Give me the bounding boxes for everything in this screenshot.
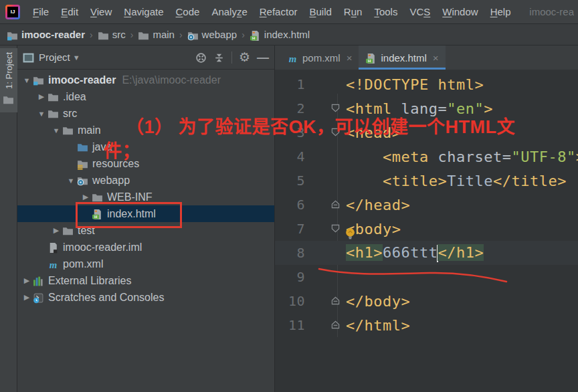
- menu-tools[interactable]: Tools: [368, 3, 403, 20]
- menu-vcs[interactable]: VCS: [403, 3, 436, 20]
- project-panel-title: Project: [39, 52, 70, 63]
- settings-gear-icon[interactable]: ⚙: [239, 51, 250, 64]
- code-line-9[interactable]: 9: [275, 265, 578, 289]
- tree-item-resources[interactable]: resources: [17, 155, 274, 172]
- tree-item-pom.xml[interactable]: mpom.xml: [17, 256, 274, 272]
- breadcrumb-item-src[interactable]: src: [98, 29, 126, 40]
- tree-item-label: webapp: [92, 175, 130, 187]
- tree-item-web-inf[interactable]: ▶WEB-INF: [17, 189, 274, 205]
- tree-item-imooc-reader.iml[interactable]: imooc-reader.iml: [17, 239, 274, 256]
- scratches-icon: [33, 292, 44, 303]
- hide-panel-icon[interactable]: —: [257, 52, 269, 64]
- folder-icon: [62, 124, 74, 136]
- tree-item-scratches-and-consoles[interactable]: ▶Scratches and Consoles: [17, 289, 274, 306]
- fold-gutter: [305, 265, 344, 289]
- breadcrumb-item-main[interactable]: main: [138, 29, 175, 40]
- code-line-10[interactable]: 10</body>: [275, 289, 578, 313]
- code-line-6[interactable]: 6</head>: [275, 193, 578, 217]
- line-number: 6: [275, 197, 305, 213]
- breadcrumb-item-webapp[interactable]: webapp: [187, 29, 237, 40]
- code-editor[interactable]: 1<!DOCTYPE html>2<html lang="en">3<head>…: [275, 70, 578, 337]
- fold-marker-icon[interactable]: [305, 96, 344, 120]
- menu-view[interactable]: View: [84, 3, 118, 20]
- tree-item-label: main: [78, 124, 101, 136]
- breadcrumb-item-index.html[interactable]: Hindex.html: [250, 29, 310, 40]
- chevron-expanded-icon[interactable]: ▼: [52, 126, 61, 134]
- intention-bulb-icon[interactable]: [345, 227, 356, 243]
- close-icon[interactable]: ×: [347, 52, 353, 64]
- breadcrumb-separator: ›: [242, 29, 245, 40]
- menu-build[interactable]: Build: [303, 3, 337, 20]
- chevron-expanded-icon[interactable]: ▼: [66, 177, 76, 185]
- chevron-collapsed-icon[interactable]: ▶: [22, 293, 31, 302]
- code-line-1[interactable]: 1<!DOCTYPE html>: [275, 72, 578, 96]
- menu-items: FileEditViewNavigateCodeAnalyzeRefactorB…: [27, 3, 517, 20]
- tree-item-label: .idea: [63, 91, 86, 103]
- maven-icon: m: [47, 258, 59, 270]
- tree-item-external-libraries[interactable]: ▶External Libraries: [17, 272, 274, 289]
- tree-item-label: WEB-INF: [107, 191, 153, 203]
- menu-file[interactable]: File: [27, 3, 55, 20]
- code-text: <h1>666ttt</h1>: [344, 244, 484, 262]
- fold-marker-icon[interactable]: [305, 120, 344, 144]
- svg-text:H: H: [252, 36, 255, 40]
- code-text: <title>Title</title>: [344, 173, 567, 189]
- tree-item-webapp[interactable]: ▼webapp: [17, 172, 274, 189]
- tree-item-imooc-reader[interactable]: ▼imooc-readerE:\java\imooc-reader: [17, 72, 274, 88]
- menu-navigate[interactable]: Navigate: [118, 3, 169, 20]
- menu-code[interactable]: Code: [170, 3, 206, 20]
- code-line-4[interactable]: 4 <meta charset="UTF-8">: [275, 144, 578, 169]
- collapse-all-icon[interactable]: [213, 52, 225, 63]
- menu-help[interactable]: Help: [484, 3, 517, 20]
- tree-item-index.html[interactable]: Hindex.html: [17, 205, 274, 222]
- tree-item-main[interactable]: ▼main: [17, 122, 274, 138]
- fold-marker-icon[interactable]: [305, 217, 344, 241]
- webapp-folder-icon: [187, 29, 199, 40]
- menu-edit[interactable]: Edit: [55, 3, 84, 20]
- svg-text:H: H: [368, 59, 371, 63]
- fold-marker-icon[interactable]: [305, 313, 344, 337]
- editor-tab-index.html[interactable]: Hindex.html×: [359, 45, 445, 70]
- line-number: 10: [275, 293, 305, 309]
- menu-bar: FileEditViewNavigateCodeAnalyzeRefactorB…: [0, 0, 578, 24]
- folder-icon: [92, 191, 103, 203]
- menu-run[interactable]: Run: [338, 3, 369, 20]
- code-line-7[interactable]: 7<body>: [275, 217, 578, 241]
- breadcrumb-item-imooc-reader[interactable]: imooc-reader: [7, 29, 85, 40]
- breadcrumb-separator: ›: [90, 29, 93, 40]
- menu-analyze[interactable]: Analyze: [205, 3, 253, 20]
- folder-icon: [138, 29, 149, 40]
- close-icon[interactable]: ×: [433, 52, 439, 64]
- fold-marker-icon[interactable]: [305, 193, 344, 217]
- tree-item-test[interactable]: ▶test: [17, 222, 274, 239]
- fold-marker-icon[interactable]: [305, 289, 344, 313]
- tree-item-java[interactable]: java: [17, 138, 274, 155]
- chevron-collapsed-icon[interactable]: ▶: [52, 226, 61, 235]
- code-line-2[interactable]: 2<html lang="en">: [275, 96, 578, 120]
- editor-tab-pom.xml[interactable]: mpom.xml×: [280, 45, 359, 70]
- line-number: 2: [275, 100, 305, 116]
- code-line-3[interactable]: 3<head>: [275, 120, 578, 144]
- line-number: 3: [275, 124, 305, 140]
- chevron-collapsed-icon[interactable]: ▶: [37, 92, 46, 101]
- chevron-collapsed-icon[interactable]: ▶: [22, 276, 31, 285]
- menu-refactor[interactable]: Refactor: [254, 3, 304, 20]
- chevron-expanded-icon[interactable]: ▼: [22, 76, 31, 84]
- tool-window-strip: 1: Project: [0, 45, 17, 392]
- tree-item-src[interactable]: ▼src: [17, 105, 274, 122]
- locate-icon[interactable]: [195, 52, 207, 63]
- chevron-down-icon[interactable]: ▼: [73, 54, 80, 62]
- chevron-collapsed-icon[interactable]: ▶: [81, 193, 90, 201]
- svg-text:H: H: [94, 215, 97, 219]
- libraries-icon: [33, 275, 44, 286]
- chevron-expanded-icon[interactable]: ▼: [37, 110, 46, 118]
- line-number: 1: [275, 76, 305, 92]
- project-folder-icon: [33, 74, 44, 86]
- tree-item-.idea[interactable]: ▶.idea: [17, 88, 274, 105]
- code-line-5[interactable]: 5 <title>Title</title>: [275, 169, 578, 193]
- code-line-8[interactable]: 8<h1>666ttt</h1>: [275, 241, 578, 265]
- svg-text:m: m: [289, 54, 297, 64]
- iml-file-icon: [47, 241, 59, 253]
- code-line-11[interactable]: 11</html>: [275, 313, 578, 337]
- menu-window[interactable]: Window: [436, 3, 484, 20]
